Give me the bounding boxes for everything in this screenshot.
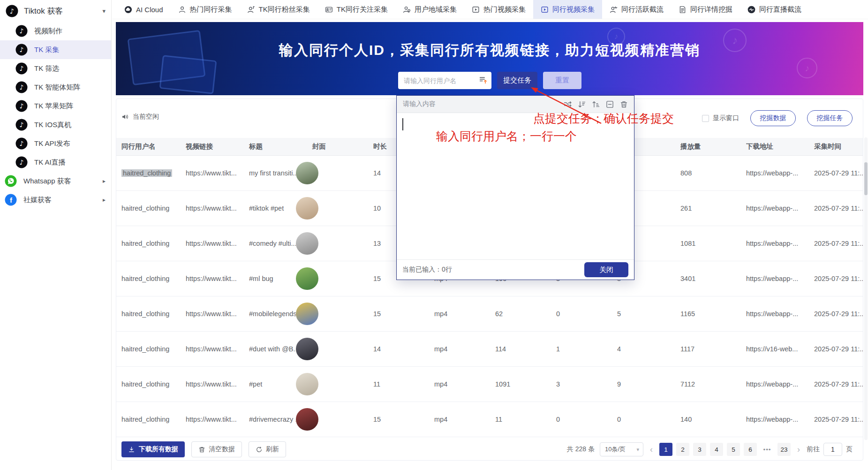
- video-cover-thumbnail: [296, 408, 318, 431]
- shuffle-icon[interactable]: [564, 100, 572, 108]
- cell-comments: 0: [556, 416, 617, 423]
- page-size-select[interactable]: 10条/页 ▾: [600, 442, 643, 456]
- cell-download-url[interactable]: https://webapp-...: [746, 416, 814, 423]
- video-cover-thumbnail: [296, 162, 318, 184]
- sidebar-header[interactable]: ♪ Tiktok 获客 ▾: [0, 0, 111, 22]
- sidebar-item-tk-apple-matrix[interactable]: ♪TK 苹果矩阵: [0, 97, 111, 115]
- cell-video-link[interactable]: https://www.tikt...: [186, 416, 249, 423]
- cell-username: haitred_clothing: [121, 416, 186, 423]
- page-button-4[interactable]: 4: [710, 443, 723, 456]
- ai-cloud-icon: [124, 6, 132, 14]
- sidebar-item-label: Whatsapp 获客: [23, 177, 71, 186]
- cell-title: #comedy #ulti...: [249, 240, 296, 247]
- username-text: haitred_clothing: [121, 240, 169, 247]
- caret-down-icon[interactable]: ▾: [102, 8, 106, 15]
- svg-text:♪: ♪: [10, 7, 14, 15]
- tab-peer-live-intercept[interactable]: 同行直播截流: [740, 0, 809, 19]
- tab-tk-peer-fans-collect[interactable]: TK同行粉丝采集: [240, 0, 317, 19]
- person-activity-icon: [610, 6, 618, 14]
- sort-desc-icon[interactable]: [578, 100, 586, 108]
- tab-hot-video-collect[interactable]: 热门视频采集: [464, 0, 533, 19]
- cell-download-url[interactable]: https://webapp-...: [746, 310, 814, 318]
- page-button-1[interactable]: 1: [659, 443, 672, 456]
- sidebar-item-tk-ai-live[interactable]: ♪TK AI直播: [0, 153, 111, 172]
- download-all-button[interactable]: 下载所有数据: [121, 441, 185, 457]
- cell-cover: [296, 197, 373, 220]
- cell-video-link[interactable]: https://www.tikt...: [186, 345, 249, 353]
- cell-collect-time: 2025-07-29 11:...: [814, 416, 863, 423]
- cell-cover: [296, 408, 373, 431]
- cell-title: #duet with @B...: [249, 345, 296, 353]
- cell-video-link[interactable]: https://www.tikt...: [186, 240, 249, 247]
- cell-download-url[interactable]: https://v16-web...: [746, 345, 814, 353]
- cell-video-link[interactable]: https://www.tikt...: [186, 275, 249, 282]
- mine-data-button[interactable]: 挖掘数据: [750, 110, 796, 126]
- tab-user-region-collect[interactable]: 用户地域采集: [395, 0, 464, 19]
- minus-square-icon[interactable]: [606, 100, 614, 108]
- close-button[interactable]: 关闭: [584, 262, 628, 277]
- goto-page-input[interactable]: [823, 443, 842, 456]
- video-cover-thumbnail: [296, 373, 318, 395]
- sidebar-item-whatsapp-acquire[interactable]: Whatsapp 获客▸: [0, 172, 111, 190]
- column-header: 下载地址: [746, 142, 814, 151]
- person-pin-icon: [403, 6, 411, 14]
- cell-collect-time: 2025-07-29 11:...: [814, 205, 863, 212]
- trash-icon[interactable]: [620, 100, 628, 108]
- page-button-6[interactable]: 6: [744, 443, 757, 456]
- reset-button[interactable]: 重置: [543, 72, 581, 89]
- cell-title: #ml bug: [249, 275, 296, 282]
- tab-tk-peer-follow-collect[interactable]: TK同行关注采集: [317, 0, 395, 19]
- sidebar-item-tk-api-publish[interactable]: ♪TK API发布: [0, 134, 111, 153]
- video-cover-thumbnail: [296, 197, 318, 220]
- sidebar-item-tk-agent-matrix[interactable]: ♪TK 智能体矩阵: [0, 78, 111, 97]
- cell-download-url[interactable]: https://webapp-...: [746, 205, 814, 212]
- sidebar-item-tk-filter[interactable]: ♪TK 筛选: [0, 59, 111, 78]
- next-page-button[interactable]: ›: [796, 445, 801, 455]
- cell-title: #pet: [249, 380, 296, 388]
- sidebar-item-tk-ios-device[interactable]: ♪TK IOS真机: [0, 115, 111, 134]
- tab-hot-peer-collect[interactable]: 热门同行采集: [171, 0, 240, 19]
- cell-download-url[interactable]: https://webapp-...: [746, 275, 814, 282]
- cell-download-url[interactable]: https://webapp-...: [746, 169, 814, 177]
- scrollbar-thumb[interactable]: [864, 162, 868, 195]
- sort-asc-icon[interactable]: [592, 100, 600, 108]
- show-window-checkbox[interactable]: [702, 115, 709, 122]
- page-button-5[interactable]: 5: [727, 443, 740, 456]
- doc-arrow-icon[interactable]: [479, 76, 488, 85]
- table-row: haitred_clothinghttps://www.tikt...#mobi…: [116, 296, 863, 332]
- mine-task-button[interactable]: 挖掘任务: [807, 110, 853, 126]
- tab-ai-cloud[interactable]: AI Cloud: [117, 0, 171, 19]
- tab-peer-active-intercept[interactable]: 同行活跃截流: [602, 0, 671, 19]
- sidebar-item-social-media-acquire[interactable]: f社媒获客▸: [0, 190, 111, 209]
- show-window-checkbox-group[interactable]: 显示窗口: [702, 114, 739, 122]
- refresh-button[interactable]: 刷新: [249, 441, 286, 457]
- page-ellipsis[interactable]: •••: [761, 443, 774, 456]
- cell-format: mp4: [434, 310, 495, 318]
- page-button-3[interactable]: 3: [693, 443, 706, 456]
- banner-screen-illustration: [159, 55, 217, 94]
- banner: ♪ ♪ ♪ 输入同行个人ID，采集同行所有视频链接，助力短视频精准营销 提交任务…: [116, 22, 863, 95]
- tab-peer-detail-mining[interactable]: 同行详情挖掘: [671, 0, 740, 19]
- cell-format: mp4: [434, 345, 495, 353]
- page-button-23[interactable]: 23: [777, 443, 791, 456]
- tab-peer-video-collect[interactable]: 同行视频采集: [533, 0, 602, 19]
- prev-page-button[interactable]: ‹: [649, 445, 654, 455]
- cell-video-link[interactable]: https://www.tikt...: [186, 169, 249, 177]
- cell-duration: 15: [373, 310, 434, 318]
- peer-username-input[interactable]: [398, 72, 474, 89]
- cell-video-link[interactable]: https://www.tikt...: [186, 205, 249, 212]
- peer-username-input-wrap: [398, 72, 491, 89]
- cell-download-url[interactable]: https://webapp-...: [746, 380, 814, 388]
- scrollbar-track[interactable]: [864, 137, 868, 440]
- tiktok-icon: ♪: [15, 62, 28, 75]
- top-nav: AI Cloud热门同行采集TK同行粉丝采集TK同行关注采集用户地域采集热门视频…: [112, 0, 868, 19]
- cell-video-link[interactable]: https://www.tikt...: [186, 380, 249, 388]
- sidebar-item-tk-collect[interactable]: ♪TK 采集: [0, 40, 111, 59]
- cell-video-link[interactable]: https://www.tikt...: [186, 310, 249, 318]
- cell-download-url[interactable]: https://webapp-...: [746, 240, 814, 247]
- clear-data-button[interactable]: 清空数据: [191, 441, 242, 457]
- page-button-2[interactable]: 2: [676, 443, 689, 456]
- cell-username: haitred_clothing: [121, 380, 186, 388]
- sidebar-item-video-make[interactable]: ♪视频制作: [0, 22, 111, 40]
- submit-task-button[interactable]: 提交任务: [497, 72, 537, 89]
